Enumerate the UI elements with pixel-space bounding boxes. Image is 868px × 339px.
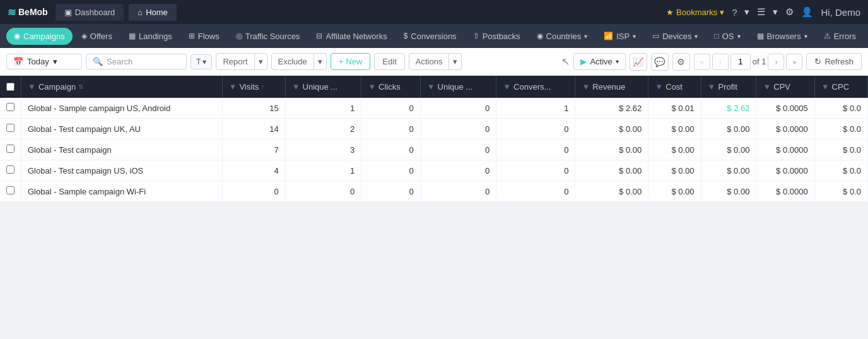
- row-checkbox-cell[interactable]: [0, 160, 21, 181]
- bookmarks-button[interactable]: ★ Bookmarks ▾: [666, 8, 724, 17]
- next-page-button[interactable]: ›: [768, 54, 784, 70]
- revenue-col-header[interactable]: ▼ Revenue: [575, 76, 648, 98]
- help-button[interactable]: ?: [732, 7, 737, 18]
- unique2-cell: 0: [420, 98, 496, 119]
- toolbar-right: ↖ ▶ Active ▾ 📈 💬 ⚙ « ‹ of 1 › » ↻ Refres…: [561, 53, 862, 71]
- report-button[interactable]: Report: [216, 53, 254, 70]
- filter-tag[interactable]: T ▾: [191, 54, 212, 69]
- exclude-button[interactable]: Exclude: [271, 53, 314, 70]
- cpc-col-header[interactable]: ▼ CPC: [814, 76, 867, 98]
- row-checkbox[interactable]: [6, 165, 15, 174]
- filter-icon: T: [196, 57, 201, 66]
- cpv-cell: $ 0.0005: [756, 98, 814, 119]
- bookmarks-chevron: ▾: [720, 8, 724, 17]
- unique2-cell: 0: [420, 160, 496, 181]
- row-checkbox-cell[interactable]: [0, 98, 21, 119]
- sidebar-item-landings[interactable]: ▦ Landings: [121, 28, 180, 45]
- actions-dropdown[interactable]: ▾: [449, 53, 462, 70]
- row-checkbox-cell[interactable]: [0, 119, 21, 140]
- row-checkbox[interactable]: [6, 103, 15, 111]
- table-row: Global - Sample campaign US, Android 15 …: [0, 98, 868, 119]
- cpc-cell: $ 0.0: [814, 181, 867, 202]
- select-all-header[interactable]: [0, 76, 21, 98]
- clicks-col-header[interactable]: ▼ Clicks: [361, 76, 420, 98]
- visits-cell: 7: [222, 140, 285, 160]
- campaign-col-header[interactable]: ▼ Campaign ⇅: [21, 76, 223, 98]
- notification-button[interactable]: ☰: [757, 6, 765, 18]
- last-page-button[interactable]: »: [786, 54, 802, 70]
- sidebar-item-affiliate-networks[interactable]: ⊟ Affilate Networks: [308, 28, 394, 45]
- first-page-button[interactable]: «: [694, 54, 710, 70]
- revenue-cell: $ 0.00: [575, 181, 648, 202]
- cpc-cell: $ 0.0: [814, 160, 867, 181]
- conversions-icon: $: [404, 32, 408, 40]
- tab-home[interactable]: ⌂ Home: [129, 4, 177, 21]
- settings-button[interactable]: ⚙: [672, 53, 690, 71]
- calendar-icon: 📅: [13, 57, 23, 66]
- chart-button[interactable]: 📈: [630, 53, 647, 71]
- visits-col-header[interactable]: ▼ Visits ↑: [222, 76, 285, 98]
- tab-dashboard[interactable]: ▣ Dashboard: [56, 4, 124, 21]
- row-checkbox[interactable]: [6, 145, 15, 153]
- sidebar-item-devices[interactable]: ▭ Devices ▾: [645, 28, 705, 45]
- sidebar-item-isp[interactable]: 📶 ISP ▾: [596, 28, 643, 45]
- postbacks-icon: ⇧: [473, 32, 479, 40]
- sidebar-item-offers[interactable]: ◈ Offers: [74, 28, 120, 45]
- sidebar-item-errors[interactable]: ⚠ Errors: [816, 28, 864, 45]
- row-checkbox-cell[interactable]: [0, 140, 21, 160]
- report-dropdown[interactable]: ▾: [255, 53, 267, 70]
- actions-button[interactable]: Actions: [409, 53, 450, 70]
- sidebar-item-campaigns[interactable]: ◉ Campaigns: [6, 28, 73, 45]
- profit-col-header[interactable]: ▼ Profit: [701, 76, 756, 98]
- date-label: Today: [27, 57, 49, 66]
- visits-cell: 4: [222, 160, 285, 181]
- settings-button[interactable]: ⚙: [785, 6, 794, 18]
- visits-cell: 0: [222, 181, 285, 202]
- unique2-cell: 0: [420, 140, 496, 160]
- prev-page-button[interactable]: ‹: [712, 54, 729, 70]
- devices-chevron: ▾: [695, 33, 698, 40]
- report-split-button[interactable]: Report ▾: [216, 53, 267, 70]
- unique2-col-header[interactable]: ▼ Unique ...: [420, 76, 496, 98]
- top-right: ★ Bookmarks ▾ ? ▾ ☰ ▾ ⚙ 👤 Hi, Demo: [666, 6, 860, 18]
- active-chevron: ▾: [616, 58, 619, 65]
- cost-cell: $ 0.00: [648, 119, 701, 140]
- sidebar-item-conversions[interactable]: $ Conversions: [396, 28, 464, 45]
- refresh-button[interactable]: ↻ Refresh: [806, 53, 862, 70]
- cpc-cell: $ 0.0: [814, 98, 867, 119]
- select-all-checkbox[interactable]: [6, 83, 15, 91]
- search-input[interactable]: 🔍 Search: [86, 54, 187, 69]
- unique1-col-header[interactable]: ▼ Unique ...: [285, 76, 361, 98]
- row-checkbox[interactable]: [6, 124, 15, 132]
- cpv-col-header[interactable]: ▼ CPV: [756, 76, 814, 98]
- sidebar-item-os[interactable]: □ OS ▾: [707, 28, 748, 45]
- table-header-row: ▼ Campaign ⇅ ▼ Visits ↑ ▼ Unique ...: [0, 76, 868, 98]
- actions-split-button[interactable]: Actions ▾: [409, 53, 462, 70]
- sidebar-item-browsers[interactable]: ▦ Browsers ▾: [749, 28, 815, 45]
- exclude-split-button[interactable]: Exclude ▾: [271, 53, 327, 70]
- sidebar-item-postbacks[interactable]: ⇧ Postbacks: [466, 28, 528, 45]
- cpv-cell: $ 0.0000: [756, 140, 814, 160]
- conversions-col-header[interactable]: ▼ Convers...: [496, 76, 575, 98]
- tab-dashboard-label: Dashboard: [75, 8, 115, 17]
- page-number-input[interactable]: [730, 54, 751, 70]
- isp-icon: 📶: [604, 32, 613, 40]
- sidebar-item-traffic-sources[interactable]: ◎ Traffic Sources: [228, 28, 308, 45]
- cost-col-header[interactable]: ▼ Cost: [648, 76, 701, 98]
- sidebar-item-countries[interactable]: ◉ Countries ▾: [529, 28, 595, 45]
- home-icon: ⌂: [138, 8, 143, 17]
- row-checkbox[interactable]: [6, 186, 15, 194]
- new-button[interactable]: + New: [331, 53, 371, 70]
- active-filter-button[interactable]: ▶ Active ▾: [573, 53, 625, 70]
- user-button[interactable]: 👤: [801, 6, 813, 18]
- logo[interactable]: ≋ BeMob: [8, 6, 48, 18]
- message-button[interactable]: 💬: [651, 53, 669, 71]
- date-picker[interactable]: 📅 Today ▾: [6, 54, 82, 69]
- sidebar-item-flows[interactable]: ⊞ Flows: [181, 28, 227, 45]
- row-checkbox-cell[interactable]: [0, 181, 21, 202]
- countries-label: Countries: [546, 32, 582, 41]
- exclude-dropdown[interactable]: ▾: [314, 53, 327, 70]
- campaigns-icon: ◉: [14, 32, 20, 40]
- cost-cell: $ 0.00: [648, 140, 701, 160]
- edit-button[interactable]: Edit: [374, 53, 404, 70]
